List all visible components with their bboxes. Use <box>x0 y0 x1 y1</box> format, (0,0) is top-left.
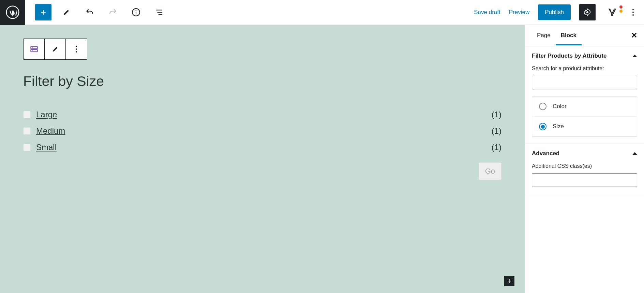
filter-item: Small (1) <box>23 139 501 156</box>
filter-list: Large (1) Medium (1) Small (1) <box>23 106 501 156</box>
filter-count: (1) <box>492 126 501 136</box>
radio-icon <box>539 103 546 110</box>
panel-body: Search for a product attribute: Color Si… <box>525 65 644 144</box>
filter-label[interactable]: Large <box>36 110 57 119</box>
panel-title: Filter Products by Attribute <box>532 53 606 59</box>
panel-filter-products: Filter Products by Attribute Search for … <box>525 46 644 144</box>
editor-canvas: Filter by Size Large (1) Medium (1) Smal… <box>0 25 525 293</box>
tab-block[interactable]: Block <box>556 26 582 45</box>
add-block-button[interactable] <box>35 4 51 20</box>
block-edit-button[interactable] <box>45 39 66 59</box>
filter-count: (1) <box>492 143 501 152</box>
info-icon[interactable] <box>128 4 144 20</box>
search-label: Search for a product attribute: <box>532 65 637 72</box>
tab-page[interactable]: Page <box>532 26 556 45</box>
settings-button[interactable] <box>579 4 596 20</box>
attribute-option-size[interactable]: Size <box>532 117 637 136</box>
filter-item: Large (1) <box>23 106 501 123</box>
outline-icon[interactable] <box>151 4 167 20</box>
filter-label[interactable]: Small <box>36 143 57 152</box>
svg-point-2 <box>136 10 137 11</box>
svg-rect-3 <box>136 12 136 14</box>
block-more-button[interactable] <box>66 39 87 59</box>
filter-count: (1) <box>492 110 501 119</box>
editor-main: Filter by Size Large (1) Medium (1) Smal… <box>0 25 644 293</box>
panel-header[interactable]: Filter Products by Attribute <box>525 46 644 65</box>
css-class-input[interactable] <box>532 173 637 187</box>
wordpress-logo[interactable] <box>0 0 25 25</box>
redo-button[interactable] <box>105 4 121 20</box>
panel-header[interactable]: Advanced <box>525 144 644 163</box>
sidebar-tabs: Page Block ✕ <box>525 25 644 46</box>
svg-point-6 <box>32 47 32 48</box>
attribute-label: Size <box>553 123 564 130</box>
chevron-up-icon <box>632 152 637 155</box>
svg-point-8 <box>32 50 32 51</box>
editor-topbar: Save draft Preview Publish <box>0 0 644 25</box>
attribute-option-color[interactable]: Color <box>532 97 637 117</box>
svg-rect-5 <box>31 46 38 49</box>
save-draft-button[interactable]: Save draft <box>474 9 500 16</box>
attribute-search-input[interactable] <box>532 76 637 89</box>
add-block-fab[interactable] <box>504 276 514 286</box>
yoast-icon[interactable] <box>604 4 620 20</box>
filter-item: Medium (1) <box>23 123 501 139</box>
checkbox[interactable] <box>23 144 31 151</box>
edit-icon[interactable] <box>58 4 75 20</box>
panel-advanced: Advanced Additional CSS class(es) <box>525 144 644 194</box>
go-button[interactable]: Go <box>479 162 501 180</box>
close-sidebar-button[interactable]: ✕ <box>631 31 637 40</box>
panel-title: Advanced <box>532 150 559 157</box>
checkbox[interactable] <box>23 127 31 135</box>
svg-rect-7 <box>31 49 38 52</box>
chevron-up-icon <box>632 55 637 57</box>
block-type-icon[interactable] <box>24 39 45 59</box>
filter-label[interactable]: Medium <box>36 126 65 136</box>
undo-button[interactable] <box>81 4 98 20</box>
attribute-label: Color <box>553 103 567 110</box>
panel-body: Additional CSS class(es) <box>525 163 644 194</box>
block-title: Filter by Size <box>23 73 501 89</box>
topbar-left-tools <box>25 4 167 20</box>
publish-button[interactable]: Publish <box>538 4 571 20</box>
checkbox[interactable] <box>23 111 31 118</box>
block-toolbar <box>23 39 87 60</box>
attribute-list: Color Size <box>532 96 637 137</box>
radio-icon <box>539 123 546 130</box>
svg-point-4 <box>586 11 588 13</box>
settings-sidebar: Page Block ✕ Filter Products by Attribut… <box>525 25 644 293</box>
topbar-right-tools: Save draft Preview Publish <box>474 4 644 20</box>
preview-button[interactable]: Preview <box>509 9 529 16</box>
more-options-button[interactable] <box>629 5 637 19</box>
css-label: Additional CSS class(es) <box>532 163 637 169</box>
canvas-scroll[interactable]: Filter by Size Large (1) Medium (1) Smal… <box>0 25 525 293</box>
